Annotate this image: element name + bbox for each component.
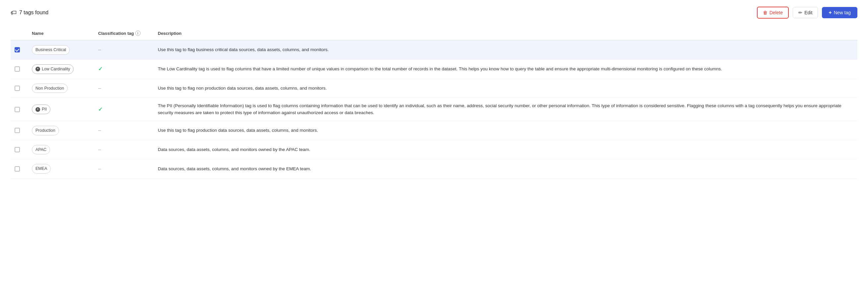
- row-classification-cell: ✓: [93, 98, 153, 121]
- tag-name-label: PII: [42, 106, 47, 113]
- row-name-cell: +PII: [27, 98, 93, 121]
- tag-name-label: Low Cardinality: [42, 66, 70, 72]
- classification-check-icon: ✓: [98, 66, 102, 72]
- row-checkbox[interactable]: [14, 128, 20, 133]
- tag-badge: Non Production: [32, 84, 68, 93]
- row-classification-cell: –: [93, 79, 153, 98]
- classification-dash: –: [98, 127, 101, 133]
- classification-dash: –: [98, 166, 101, 172]
- name-header: Name: [27, 27, 93, 40]
- row-classification-cell: ✓: [93, 59, 153, 79]
- table-row: EMEA–Data sources, data assets, columns,…: [10, 159, 858, 179]
- row-checkbox-cell: [10, 159, 27, 179]
- table-row: Non Production–Use this tag to flag non …: [10, 79, 858, 98]
- row-checkbox[interactable]: [14, 107, 20, 112]
- tag-badge: EMEA: [32, 164, 51, 174]
- row-description-cell: Use this tag to flag business critical d…: [153, 40, 858, 59]
- row-checkbox[interactable]: [14, 86, 20, 91]
- row-checkbox-cell: [10, 59, 27, 79]
- row-description-cell: Data sources, data assets, columns, and …: [153, 159, 858, 179]
- row-checkbox[interactable]: [14, 47, 20, 53]
- toolbar-actions: 🗑 Delete ✏ Edit + New tag: [757, 7, 858, 19]
- row-name-cell: +Low Cardinality: [27, 59, 93, 79]
- classification-dash: –: [98, 147, 101, 152]
- row-classification-cell: –: [93, 121, 153, 140]
- checkbox-header: [10, 27, 27, 40]
- tag-badge: +PII: [32, 105, 51, 114]
- toolbar: 🏷 7 tags found 🗑 Delete ✏ Edit + New tag: [10, 7, 858, 19]
- classification-dash: –: [98, 85, 101, 91]
- row-checkbox[interactable]: [14, 166, 20, 172]
- row-classification-cell: –: [93, 159, 153, 179]
- tag-icon: 🏷: [10, 9, 17, 16]
- delete-button[interactable]: 🗑 Delete: [757, 7, 789, 19]
- tags-found-label: 7 tags found: [19, 10, 49, 16]
- tag-badge: Business Critical: [32, 45, 70, 55]
- row-description-cell: Data sources, data assets, columns, and …: [153, 140, 858, 159]
- tag-badge-icon: +: [35, 107, 40, 112]
- table-row: APAC–Data sources, data assets, columns,…: [10, 140, 858, 159]
- edit-icon: ✏: [798, 10, 802, 15]
- row-description-cell: The Low Cardinality tag is used to flag …: [153, 59, 858, 79]
- row-description-cell: The PII (Personally Identifiable Informa…: [153, 98, 858, 121]
- table-row: Production–Use this tag to flag producti…: [10, 121, 858, 140]
- description-header: Description: [153, 27, 858, 40]
- tags-found: 🏷 7 tags found: [10, 9, 49, 16]
- row-description-cell: Use this tag to flag non production data…: [153, 79, 858, 98]
- row-classification-cell: –: [93, 140, 153, 159]
- row-checkbox[interactable]: [14, 66, 20, 72]
- table-row: +Low Cardinality✓The Low Cardinality tag…: [10, 59, 858, 79]
- new-tag-button[interactable]: + New tag: [822, 7, 858, 18]
- tag-name-label: Non Production: [35, 85, 64, 92]
- page-container: 🏷 7 tags found 🗑 Delete ✏ Edit + New tag: [0, 0, 868, 185]
- tag-badge: +Low Cardinality: [32, 64, 73, 74]
- classification-check-icon: ✓: [98, 107, 102, 112]
- classification-info-icon[interactable]: i: [135, 31, 141, 36]
- row-checkbox-cell: [10, 140, 27, 159]
- row-name-cell: EMEA: [27, 159, 93, 179]
- tag-badge-icon: +: [35, 67, 40, 71]
- tag-name-label: APAC: [35, 147, 46, 153]
- edit-button[interactable]: ✏ Edit: [793, 7, 818, 18]
- trash-icon: 🗑: [763, 10, 768, 15]
- tag-name-label: EMEA: [35, 166, 47, 172]
- tag-badge: Production: [32, 126, 59, 136]
- row-checkbox-cell: [10, 79, 27, 98]
- row-checkbox-cell: [10, 121, 27, 140]
- tag-badge: APAC: [32, 145, 50, 155]
- row-name-cell: APAC: [27, 140, 93, 159]
- row-classification-cell: –: [93, 40, 153, 59]
- row-checkbox-cell: [10, 40, 27, 59]
- table-row: Business Critical–Use this tag to flag b…: [10, 40, 858, 59]
- row-checkbox[interactable]: [14, 147, 20, 152]
- table-header-row: Name Classification tag i Description: [10, 27, 858, 40]
- tag-name-label: Business Critical: [35, 47, 66, 53]
- plus-icon: +: [829, 10, 832, 16]
- classification-tag-header: Classification tag i: [93, 27, 153, 40]
- table-row: +PII✓The PII (Personally Identifiable In…: [10, 98, 858, 121]
- row-name-cell: Business Critical: [27, 40, 93, 59]
- row-name-cell: Production: [27, 121, 93, 140]
- tags-table: Name Classification tag i Description Bu…: [10, 27, 858, 179]
- tag-name-label: Production: [35, 127, 55, 134]
- row-name-cell: Non Production: [27, 79, 93, 98]
- row-checkbox-cell: [10, 98, 27, 121]
- classification-dash: –: [98, 47, 101, 53]
- row-description-cell: Use this tag to flag production data sou…: [153, 121, 858, 140]
